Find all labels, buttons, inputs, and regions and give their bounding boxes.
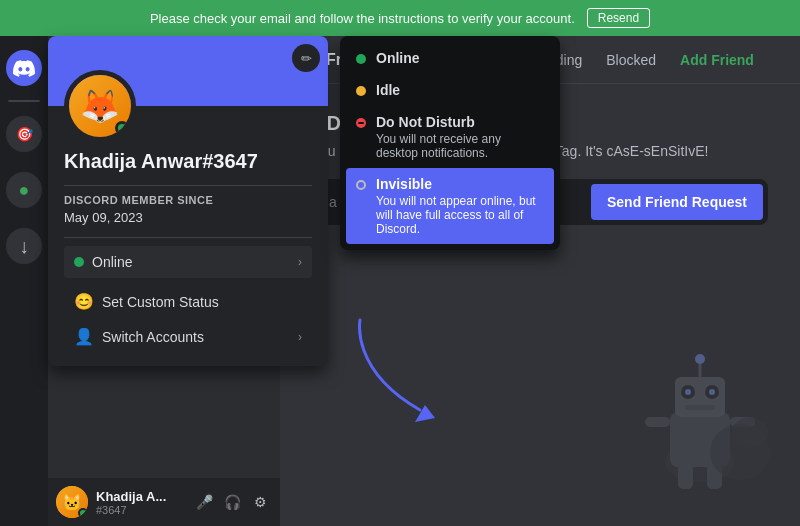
dnd-label: Do Not Disturb xyxy=(376,114,544,130)
switch-chevron-icon: › xyxy=(298,330,302,344)
user-panel[interactable]: 🐱 Khadija A... #3647 🎤 🎧 ⚙ xyxy=(48,478,280,526)
settings-button[interactable]: ⚙ xyxy=(248,490,272,514)
headphones-button[interactable]: 🎧 xyxy=(220,490,244,514)
svg-point-9 xyxy=(695,354,705,364)
user-info: Khadija A... #3647 xyxy=(96,489,184,516)
svg-point-6 xyxy=(709,389,715,395)
discord-logo-icon xyxy=(6,50,42,86)
notification-bar: Please check your email and follow the i… xyxy=(0,0,800,36)
status-option-dnd[interactable]: Do Not Disturb You will not receive any … xyxy=(346,106,554,168)
sidebar-nav-1[interactable]: 🎯 xyxy=(0,110,48,158)
emoji-icon: 😊 xyxy=(74,292,94,311)
svg-point-15 xyxy=(732,417,768,447)
status-dropdown: Online Idle Do Not Disturb You will not … xyxy=(340,36,560,250)
switch-accounts-button[interactable]: 👤 Switch Accounts › xyxy=(64,319,312,354)
invisible-label-container: Invisible You will not appear online, bu… xyxy=(376,176,544,236)
dnd-dot-icon xyxy=(356,118,366,128)
svg-rect-7 xyxy=(685,405,715,410)
robot-illustration xyxy=(580,342,780,506)
icon-sidebar: 🎯 ● ↓ xyxy=(0,36,48,526)
status-option-invisible[interactable]: Invisible You will not appear online, bu… xyxy=(346,168,554,244)
discord-home-button[interactable] xyxy=(0,44,48,92)
user-avatar: 🐱 xyxy=(56,486,88,518)
profile-edit-button[interactable]: ✏ xyxy=(292,44,320,72)
profile-member-date: May 09, 2023 xyxy=(64,210,312,225)
svg-point-5 xyxy=(685,389,691,395)
profile-status-dot xyxy=(115,121,129,135)
nav-icon-1: 🎯 xyxy=(6,116,42,152)
notification-text: Please check your email and follow the i… xyxy=(150,11,575,26)
invisible-desc: You will not appear online, but will hav… xyxy=(376,194,544,236)
idle-dot-icon xyxy=(356,86,366,96)
user-status-dot xyxy=(78,508,88,518)
profile-divider-2 xyxy=(64,237,312,238)
profile-popup: ✏ 🦊 Khadija Anwar#3647 DISCORD MEMBER SI… xyxy=(48,36,328,366)
resend-button[interactable]: Resend xyxy=(587,8,650,28)
idle-label: Idle xyxy=(376,82,400,98)
switch-icon: 👤 xyxy=(74,327,94,346)
custom-status-label: Set Custom Status xyxy=(102,294,219,310)
switch-accounts-label: Switch Accounts xyxy=(102,329,204,345)
profile-status-left: Online xyxy=(74,254,132,270)
svg-rect-2 xyxy=(675,377,725,417)
user-name: Khadija A... xyxy=(96,489,184,504)
svg-rect-12 xyxy=(678,464,693,489)
friends-nav-add[interactable]: Add Friend xyxy=(670,48,764,72)
invisible-dot-icon xyxy=(356,180,366,190)
dnd-desc: You will not receive any desktop notific… xyxy=(376,132,544,160)
nav-icon-3: ↓ xyxy=(6,228,42,264)
idle-label-container: Idle xyxy=(376,82,400,98)
microphone-button[interactable]: 🎤 xyxy=(192,490,216,514)
profile-member-since-label: DISCORD MEMBER SINCE xyxy=(64,194,312,206)
profile-avatar: 🦊 xyxy=(64,70,136,142)
sidebar-nav-3[interactable]: ↓ xyxy=(0,222,48,270)
online-label: Online xyxy=(376,50,420,66)
set-custom-status-button[interactable]: 😊 Set Custom Status xyxy=(64,284,312,319)
online-status-dot xyxy=(74,257,84,267)
dnd-label-container: Do Not Disturb You will not receive any … xyxy=(376,114,544,160)
online-dot-icon xyxy=(356,54,366,64)
sidebar-nav-2[interactable]: ● xyxy=(0,166,48,214)
user-tag: #3647 xyxy=(96,504,184,516)
profile-banner: ✏ 🦊 xyxy=(48,36,328,106)
sidebar-divider xyxy=(8,100,40,102)
status-option-online[interactable]: Online xyxy=(346,42,554,74)
user-panel-icons: 🎤 🎧 ⚙ xyxy=(192,490,272,514)
profile-body: Khadija Anwar#3647 DISCORD MEMBER SINCE … xyxy=(48,106,328,366)
profile-divider-1 xyxy=(64,185,312,186)
svg-rect-10 xyxy=(645,417,670,427)
profile-username: Khadija Anwar#3647 xyxy=(64,150,312,173)
online-label-container: Online xyxy=(376,50,420,66)
nav-icon-2: ● xyxy=(6,172,42,208)
profile-status-selector[interactable]: Online › xyxy=(64,246,312,278)
invisible-label: Invisible xyxy=(376,176,544,192)
status-option-idle[interactable]: Idle xyxy=(346,74,554,106)
send-friend-request-button[interactable]: Send Friend Request xyxy=(591,184,763,220)
profile-status-text: Online xyxy=(92,254,132,270)
friends-nav-blocked[interactable]: Blocked xyxy=(596,48,666,72)
status-chevron-icon: › xyxy=(298,255,302,269)
